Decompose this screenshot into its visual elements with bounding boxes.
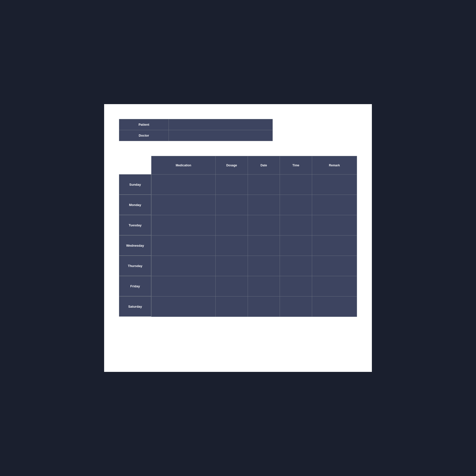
day-monday: Monday <box>119 195 151 215</box>
tuesday-medication[interactable] <box>151 215 216 236</box>
days-column: Sunday Monday Tuesday Wednesday Thursday… <box>119 174 151 317</box>
table-row <box>151 236 357 256</box>
col-remark-header: Remark <box>312 156 357 175</box>
col-time-header: Time <box>280 156 312 175</box>
wednesday-medication[interactable] <box>151 236 216 256</box>
saturday-medication[interactable] <box>151 297 216 317</box>
schedule-main: Medication Dosage Date Time Remark <box>151 156 357 317</box>
day-tuesday: Tuesday <box>119 215 151 235</box>
patient-value[interactable] <box>169 119 272 130</box>
monday-medication[interactable] <box>151 195 216 215</box>
page-container: Patient Doctor Sunday Monday Tuesday Wed… <box>104 104 372 372</box>
friday-date[interactable] <box>248 276 280 297</box>
friday-dosage[interactable] <box>216 276 248 297</box>
thursday-remark[interactable] <box>312 256 357 276</box>
col-date-header: Date <box>248 156 280 175</box>
monday-date[interactable] <box>248 195 280 215</box>
tuesday-remark[interactable] <box>312 215 357 236</box>
tuesday-date[interactable] <box>248 215 280 236</box>
monday-time[interactable] <box>280 195 312 215</box>
info-table: Patient Doctor <box>119 119 273 141</box>
wednesday-dosage[interactable] <box>216 236 248 256</box>
table-row <box>151 175 357 195</box>
day-thursday: Thursday <box>119 256 151 276</box>
col-dosage-header: Dosage <box>216 156 248 175</box>
sunday-medication[interactable] <box>151 175 216 195</box>
thursday-dosage[interactable] <box>216 256 248 276</box>
friday-medication[interactable] <box>151 276 216 297</box>
tuesday-time[interactable] <box>280 215 312 236</box>
monday-dosage[interactable] <box>216 195 248 215</box>
friday-time[interactable] <box>280 276 312 297</box>
wednesday-date[interactable] <box>248 236 280 256</box>
wednesday-remark[interactable] <box>312 236 357 256</box>
saturday-dosage[interactable] <box>216 297 248 317</box>
monday-remark[interactable] <box>312 195 357 215</box>
doctor-value[interactable] <box>169 130 272 141</box>
patient-label: Patient <box>119 119 169 130</box>
table-row <box>151 256 357 276</box>
table-row <box>151 195 357 215</box>
saturday-date[interactable] <box>248 297 280 317</box>
schedule-table: Medication Dosage Date Time Remark <box>151 156 357 317</box>
sunday-date[interactable] <box>248 175 280 195</box>
tuesday-dosage[interactable] <box>216 215 248 236</box>
sunday-remark[interactable] <box>312 175 357 195</box>
saturday-remark[interactable] <box>312 297 357 317</box>
patient-row: Patient <box>119 119 273 130</box>
col-medication-header: Medication <box>151 156 216 175</box>
schedule-wrapper: Sunday Monday Tuesday Wednesday Thursday… <box>119 156 357 317</box>
table-row <box>151 276 357 297</box>
doctor-row: Doctor <box>119 130 273 141</box>
friday-remark[interactable] <box>312 276 357 297</box>
table-row <box>151 297 357 317</box>
saturday-time[interactable] <box>280 297 312 317</box>
thursday-date[interactable] <box>248 256 280 276</box>
doctor-label: Doctor <box>119 130 169 141</box>
day-saturday: Saturday <box>119 296 151 317</box>
sunday-dosage[interactable] <box>216 175 248 195</box>
thursday-time[interactable] <box>280 256 312 276</box>
sunday-time[interactable] <box>280 175 312 195</box>
day-sunday: Sunday <box>119 174 151 195</box>
wednesday-time[interactable] <box>280 236 312 256</box>
day-wednesday: Wednesday <box>119 235 151 256</box>
table-row <box>151 215 357 236</box>
thursday-medication[interactable] <box>151 256 216 276</box>
header-row: Medication Dosage Date Time Remark <box>151 156 357 175</box>
day-friday: Friday <box>119 276 151 296</box>
